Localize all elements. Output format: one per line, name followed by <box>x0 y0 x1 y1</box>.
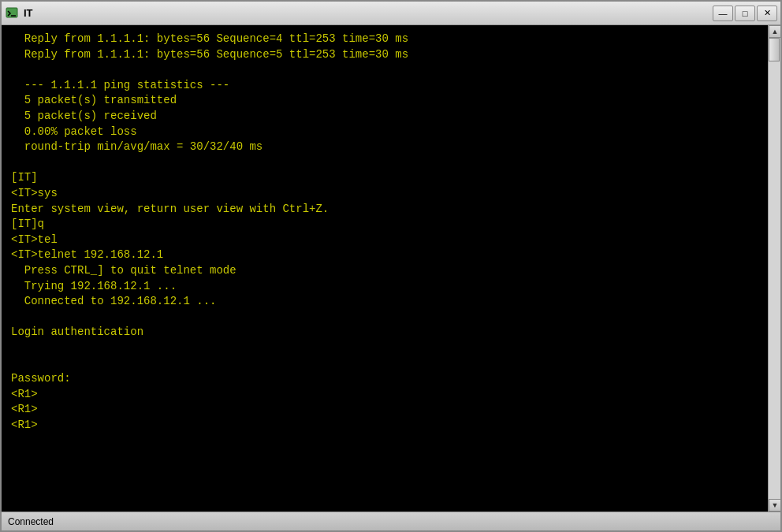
maximize-button[interactable]: □ <box>735 6 755 21</box>
scroll-track[interactable] <box>769 38 780 499</box>
scroll-thumb[interactable] <box>769 38 780 61</box>
status-bar: Connected <box>2 512 780 530</box>
scrollbar: ▲ ▼ <box>768 25 780 512</box>
title-bar-left: IT <box>5 6 33 20</box>
scroll-up-button[interactable]: ▲ <box>769 25 780 38</box>
terminal-output[interactable]: Reply from 1.1.1.1: bytes=56 Sequence=4 … <box>2 25 768 512</box>
content-area: Reply from 1.1.1.1: bytes=56 Sequence=4 … <box>2 25 780 512</box>
title-bar-buttons: — □ ✕ <box>713 6 777 21</box>
terminal-icon <box>5 6 19 20</box>
status-text: Connected <box>8 516 54 527</box>
scroll-down-button[interactable]: ▼ <box>769 499 780 512</box>
window-title: IT <box>24 7 33 19</box>
close-button[interactable]: ✕ <box>757 6 777 21</box>
main-window: IT — □ ✕ Reply from 1.1.1.1: bytes=56 Se… <box>0 0 782 532</box>
minimize-button[interactable]: — <box>713 6 733 21</box>
title-bar: IT — □ ✕ <box>2 2 780 25</box>
